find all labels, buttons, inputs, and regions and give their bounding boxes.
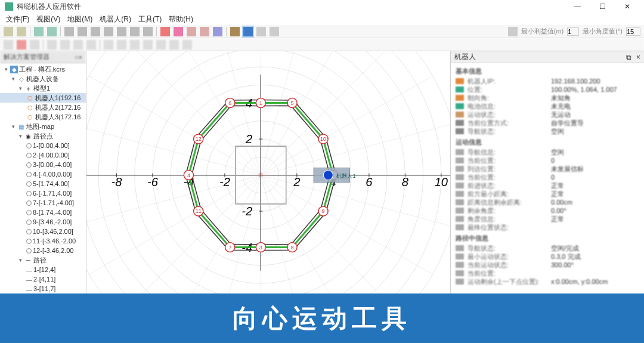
svg-line-19 [162, 175, 261, 294]
tree-waypoint[interactable]: 7-[-1.71,-4.00] [0, 198, 86, 208]
tool-icon[interactable] [213, 27, 222, 36]
tree-waypoint[interactable]: 9-[3.46,-2.00] [0, 217, 86, 227]
tool-icon[interactable] [508, 27, 518, 36]
menu-view[interactable]: 视图(V) [34, 13, 63, 26]
tree-robots-root[interactable]: ▾◇机器人设备 [0, 74, 86, 84]
maximize-button[interactable]: ☐ [590, 1, 614, 13]
tool-icon[interactable] [104, 27, 113, 36]
svg-line-34 [261, 123, 450, 175]
menu-map[interactable]: 地图(M) [65, 13, 95, 26]
tool-icon[interactable] [182, 40, 192, 50]
tool-icon[interactable] [256, 27, 266, 36]
tree-robot-2[interactable]: ⬡机器人2(172.16 [0, 103, 86, 112]
svg-point-9 [86, 51, 441, 294]
tree-waypoint[interactable]: 12-[-3.46,2.00 [0, 246, 86, 255]
tool-icon-active[interactable] [243, 27, 253, 36]
tool-icon[interactable] [230, 27, 240, 36]
tool-icon[interactable] [156, 40, 166, 50]
tree-waypoint[interactable]: 2-[4.00,0.00] [0, 150, 86, 160]
svg-text:-2: -2 [242, 205, 252, 218]
svg-text:8: 8 [291, 245, 294, 251]
tree-path[interactable]: 3-[11,7] [0, 284, 86, 293]
svg-text:12: 12 [196, 136, 202, 142]
tool-icon[interactable] [187, 27, 196, 36]
right-panel-title: 机器人 [454, 52, 476, 62]
svg-text:8: 8 [402, 175, 409, 189]
tree-waypoint[interactable]: 8-[1.74,-4.00] [0, 208, 86, 217]
tree-waypoint[interactable]: 10-[3.46,2.00] [0, 227, 86, 236]
tool-icon[interactable] [4, 27, 13, 36]
tool-icon[interactable] [130, 27, 140, 36]
property-row: 最小运动状态:0.3,0 完成 [456, 252, 639, 261]
panel-pin-icon[interactable]: ○ [75, 54, 79, 61]
property-row: 最终位置状态: [456, 223, 639, 231]
svg-text:1: 1 [259, 100, 262, 106]
tool-icon[interactable] [47, 27, 57, 36]
banner-text: 向心运动工具 [233, 302, 411, 335]
tool-icon[interactable] [78, 27, 87, 36]
tool-icon[interactable] [143, 27, 153, 36]
property-row: 当前运动状态:300.00° [456, 261, 639, 269]
tool-icon[interactable] [47, 40, 57, 50]
menu-robot[interactable]: 机器人(R) [97, 13, 134, 26]
tree-paths-root[interactable]: ▾─路径 [0, 255, 86, 265]
panel-close-icon[interactable]: × [636, 53, 640, 61]
toolbar-secondary [0, 38, 644, 51]
tool-icon[interactable] [130, 40, 140, 50]
close-button[interactable]: ✕ [615, 1, 639, 13]
tree-path[interactable]: 1-[12,4] [0, 265, 86, 274]
property-row: 前方最小距离:正常 [456, 190, 639, 198]
property-row: 导航信息:空闲 [456, 148, 639, 156]
tool-icon[interactable] [64, 27, 74, 36]
svg-text:-2: -2 [219, 175, 230, 189]
panel-dock-icon[interactable]: ⧉ [626, 53, 631, 61]
menu-tools[interactable]: 工具(T) [136, 13, 164, 26]
tool-icon[interactable] [4, 40, 13, 50]
tree-waypoint[interactable]: 4-[-4.00,0.00] [0, 169, 86, 179]
tree-waypoint[interactable]: 6-[-1.71,4.00] [0, 189, 86, 198]
tool-icon[interactable] [270, 27, 279, 36]
tool-icon[interactable] [60, 40, 70, 50]
tree-waypoints-root[interactable]: ▾◉路径点 [0, 131, 86, 141]
tool-icon[interactable] [143, 40, 153, 50]
tree-waypoint[interactable]: 5-[1.74,4.00] [0, 179, 86, 189]
tool-icon[interactable] [73, 40, 83, 50]
tool-icon[interactable] [91, 27, 100, 36]
tool-icon[interactable] [200, 27, 209, 36]
tree-waypoint[interactable]: 3-[0.00,-4.00] [0, 160, 86, 169]
property-row: 当前位置:0 [456, 173, 639, 181]
tool-icon[interactable] [86, 40, 96, 50]
tree-path[interactable]: 2-[4,11] [0, 274, 86, 284]
app-icon [5, 2, 13, 11]
tree-robot-1[interactable]: ⬡机器人1(192.16 [0, 93, 86, 103]
tree-model[interactable]: ▾♦模型1 [0, 84, 86, 93]
tool-icon[interactable] [117, 40, 126, 50]
svg-text:3: 3 [259, 245, 262, 251]
property-row: 剩余角度:0.00° [456, 206, 639, 215]
panel-close-icon[interactable]: × [79, 54, 82, 61]
menubar: 文件(F) 视图(V) 地图(M) 机器人(R) 工具(T) 帮助(H) [0, 13, 644, 25]
tool-icon[interactable] [174, 27, 183, 36]
map-canvas[interactable]: -8-6-4-224681042-2-4156101224911387机器人1 [86, 51, 450, 294]
menu-file[interactable]: 文件(F) [4, 13, 32, 26]
tool-icon[interactable] [169, 40, 179, 50]
tree-waypoint[interactable]: 11-[-3.46,-2.00 [0, 236, 86, 246]
menu-help[interactable]: 帮助(H) [166, 13, 196, 26]
tree-project[interactable]: ▾◆工程 - 樽石.kcrs [0, 64, 86, 74]
tool-icon[interactable] [34, 27, 44, 36]
tool-icon[interactable] [17, 27, 26, 36]
tool-icon[interactable] [117, 27, 126, 36]
tree-waypoint[interactable]: 1-[0.00,4.00] [0, 141, 86, 150]
tree-robot-3[interactable]: ⬡机器人3(172.16 [0, 112, 86, 122]
svg-text:机器人1: 机器人1 [336, 173, 355, 179]
tool-icon[interactable] [17, 40, 26, 50]
tool-icon[interactable] [104, 40, 113, 50]
svg-text:-6: -6 [147, 175, 159, 189]
property-row: 导航状态:空闲/完成 [456, 244, 639, 252]
tool-icon[interactable] [30, 40, 39, 50]
tree-map-root[interactable]: ▾▦地图-map [0, 122, 86, 131]
svg-text:2: 2 [293, 175, 300, 189]
minimize-button[interactable]: — [565, 1, 589, 13]
tool-icon[interactable] [160, 27, 170, 36]
svg-line-13 [261, 175, 432, 274]
